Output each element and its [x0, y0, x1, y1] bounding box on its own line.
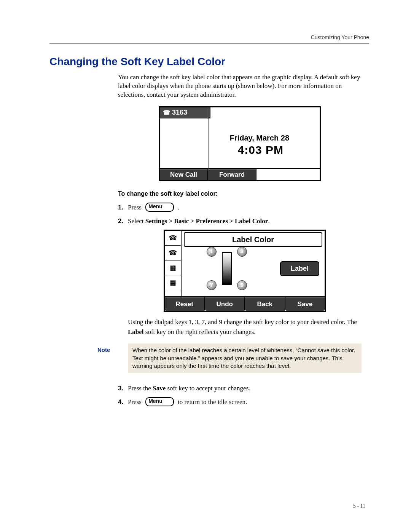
line-key-icon: ☎: [165, 246, 181, 260]
step-2-after-a: Using the dialpad keys 1, 3, 7, and 9 ch…: [128, 318, 357, 326]
note-block: Note When the color of the label reaches…: [97, 343, 362, 373]
extension-number: 3163: [172, 109, 187, 116]
step-4-press: Press: [128, 398, 142, 406]
procedure-subhead: To change the soft key label color:: [118, 190, 362, 197]
line-key-icon: ☎: [165, 231, 181, 246]
idle-sidebar: [160, 118, 209, 168]
note-body: When the color of the label reaches a ce…: [128, 343, 362, 373]
label-preview-softkey: Label: [280, 261, 319, 276]
label-color-title: Label Color: [184, 232, 322, 247]
step-4-number: 4.: [118, 397, 128, 407]
step-2-select: Select: [128, 217, 145, 225]
line-key-column: ☎ ☎ ▦ ▦: [165, 231, 182, 296]
step-3-number: 3.: [118, 383, 128, 393]
line-key-icon: ▦: [165, 275, 181, 290]
menu-button[interactable]: Menu: [145, 203, 174, 212]
phone-screen-idle: ☎3163 Friday, March 28 4:03 PM New Call …: [159, 106, 321, 181]
phone-screen-label-color: ☎ ☎ ▦ ▦ Label Color: [164, 230, 326, 312]
step-2-label-word: Label: [128, 328, 144, 335]
color-picker: 1 7 3 9: [204, 247, 249, 290]
step-2-period: .: [268, 217, 269, 225]
step-4-tail: to return to the idle screen.: [178, 398, 247, 406]
note-label: Note: [97, 343, 128, 373]
figure-label-color: ☎ ☎ ▦ ▦ Label Color: [128, 230, 362, 312]
step-1-number: 1.: [118, 203, 128, 212]
step-1: 1. Press Menu .: [118, 203, 362, 212]
step-2: 2. Select Settings > Basic > Preferences…: [118, 216, 362, 380]
softkey-reset[interactable]: Reset: [165, 297, 205, 311]
softkey-new-call[interactable]: New Call: [160, 169, 208, 180]
page-number: 5 - 11: [353, 503, 365, 509]
digit-7: 7: [207, 280, 217, 290]
phone-icon: ☎: [163, 109, 170, 116]
step-2-number: 2.: [118, 216, 128, 226]
figure-idle-screen: ☎3163 Friday, March 28 4:03 PM New Call …: [118, 106, 362, 181]
softkey-back[interactable]: Back: [245, 297, 285, 311]
step-2-path: Settings > Basic > Preferences > Label C…: [145, 217, 268, 225]
digit-1: 1: [207, 247, 217, 257]
step-3: 3. Press the Save soft key to accept you…: [118, 383, 362, 393]
step-1-press: Press: [128, 204, 142, 211]
step-2-after-b: soft key on the right reflects your chan…: [144, 328, 256, 335]
digit-9: 9: [237, 280, 247, 290]
menu-button[interactable]: Menu: [145, 397, 174, 406]
step-3-a: Press the: [128, 385, 153, 392]
section-title: Changing the Soft Key Label Color: [49, 56, 369, 68]
line-key-icon: ▦: [165, 260, 181, 275]
digit-3: 3: [237, 247, 247, 257]
idle-time: 4:03 PM: [238, 144, 284, 157]
step-3-c: soft key to accept your changes.: [166, 385, 250, 392]
header-rule: [49, 43, 369, 44]
intro-paragraph: You can change the soft key label color …: [118, 73, 362, 99]
step-4: 4. Press Menu to return to the idle scre…: [118, 397, 362, 407]
step-1-period: .: [178, 204, 179, 211]
idle-date: Friday, March 28: [230, 134, 289, 142]
extension-badge: ☎3163: [160, 107, 210, 118]
softkey-undo[interactable]: Undo: [205, 297, 245, 311]
softkey-save[interactable]: Save: [285, 297, 325, 311]
running-header: Customizing Your Phone: [49, 34, 369, 40]
step-3-save: Save: [153, 385, 166, 392]
softkey-forward[interactable]: Forward: [208, 169, 256, 180]
gradient-bar-left: [222, 252, 232, 285]
softkey-spacer: [256, 169, 320, 180]
